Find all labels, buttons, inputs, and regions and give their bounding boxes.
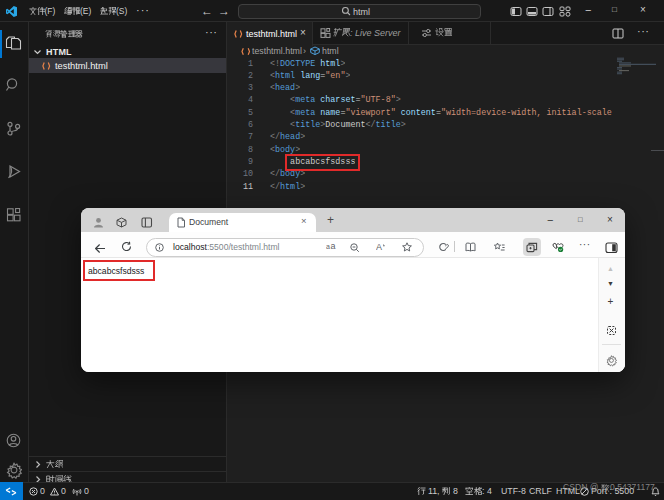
svg-text:a: a — [326, 243, 330, 250]
svg-text:A: A — [376, 242, 382, 252]
svg-text:a: a — [331, 242, 336, 251]
